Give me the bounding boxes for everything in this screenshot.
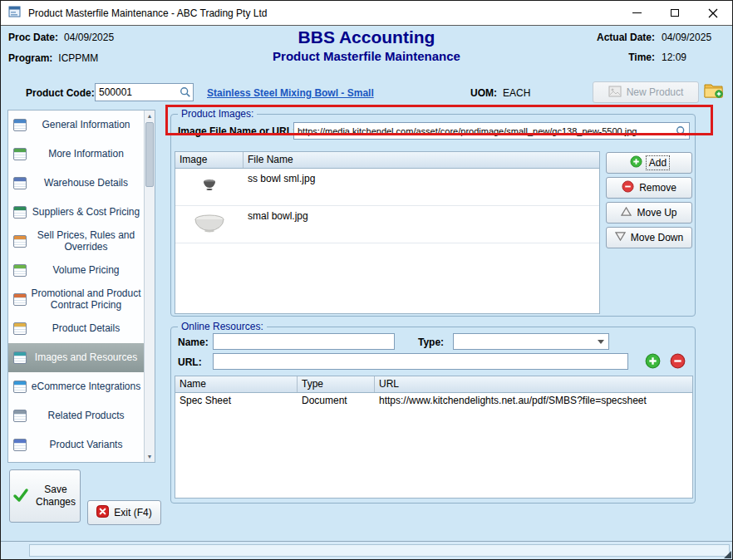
sidebar-item-volume-pricing[interactable]: Volume Pricing [8, 256, 144, 285]
uom-label: UOM: [470, 87, 497, 99]
product-images-table: Image File Name ss bowl sml.jpg smal bow… [175, 151, 600, 314]
sidebar-scrollbar[interactable]: ▲ ▼ [144, 111, 155, 462]
resource-add-button[interactable] [645, 353, 661, 369]
image-url-input[interactable] [293, 122, 690, 140]
header-right: Actual Date: 04/09/2025 Time: 12:09 [597, 32, 725, 63]
sell-prices-icon [13, 235, 27, 248]
bowl-thumbnail-light [193, 214, 226, 236]
warehouse-details-icon [13, 177, 27, 189]
actual-date-value: 04/09/2025 [662, 32, 725, 43]
bowl-thumbnail-small-dark [201, 176, 218, 195]
time-value: 12:09 [662, 52, 725, 63]
sidebar-item-label: Volume Pricing [31, 265, 141, 277]
save-check-icon [12, 487, 29, 506]
product-code-label: Product Code: [26, 87, 95, 99]
sidebar-item-ecommerce-integrations[interactable]: eCommerce Integrations [8, 372, 144, 401]
sidebar-item-label: Product Variants [31, 440, 141, 451]
product-code-search-icon[interactable] [180, 86, 191, 98]
resource-type-label: Type: [418, 336, 444, 348]
product-code-field [95, 83, 194, 101]
sidebar-item-label: More Information [31, 149, 141, 160]
sidebar-item-label: General Information [31, 120, 141, 131]
exit-button[interactable]: Exit (F4) [87, 500, 161, 525]
maximize-button[interactable] [656, 1, 694, 25]
sidebar: General Information More Information War… [7, 110, 155, 463]
resource-type-cell: Document [298, 393, 375, 410]
sidebar-item-label: Warehouse Details [31, 178, 141, 189]
sidebar-item-images-and-resources[interactable]: Images and Resources [8, 343, 144, 372]
scroll-down-icon[interactable]: ▼ [145, 451, 155, 462]
remove-button[interactable]: Remove [606, 177, 692, 199]
maximize-icon [671, 9, 679, 17]
resources-table: Name Type URL Spec Sheet Document https:… [175, 376, 693, 499]
status-bar [1, 541, 732, 559]
sidebar-item-warehouse-details[interactable]: Warehouse Details [8, 169, 144, 198]
general-information-icon [13, 119, 27, 131]
exit-x-icon [96, 505, 109, 520]
resource-url-input[interactable] [213, 353, 628, 370]
app-window: Product Masterfile Maintenance - ABC Tra… [0, 0, 733, 560]
time-label: Time: [628, 52, 655, 63]
remove-label: Remove [639, 182, 676, 194]
product-images-group-label: Product Images: [178, 108, 257, 120]
close-icon [708, 8, 718, 18]
sidebar-item-label: Promotional and Product Contract Pricing [31, 288, 141, 312]
window-controls [617, 1, 732, 25]
sidebar-item-label: Related Products [31, 410, 141, 422]
resource-remove-button[interactable] [670, 353, 686, 369]
new-product-button[interactable]: New Product [593, 81, 699, 103]
open-folder-button[interactable] [704, 82, 724, 99]
move-down-button[interactable]: Move Down [606, 227, 692, 248]
resource-name-input[interactable] [213, 333, 395, 350]
sidebar-item-label: Product Details [31, 323, 141, 335]
move-up-button[interactable]: Move Up [606, 202, 692, 224]
move-down-label: Move Down [631, 232, 683, 243]
sidebar-item-label: Images and Resources [31, 352, 141, 364]
sidebar-item-suppliers-cost-pricing[interactable]: Suppliers & Cost Pricing [8, 198, 144, 227]
close-button[interactable] [694, 1, 732, 25]
scroll-up-icon[interactable]: ▲ [145, 111, 155, 121]
image-row[interactable]: ss bowl sml.jpg [175, 169, 599, 206]
add-button[interactable]: Add [606, 152, 692, 174]
sidebar-item-label: eCommerce Integrations [31, 381, 141, 393]
sidebar-nav: General Information More Information War… [8, 111, 144, 462]
sidebar-item-more-information[interactable]: More Information [8, 140, 144, 169]
image-row[interactable]: smal bowl.jpg [175, 206, 599, 243]
resource-type-select[interactable] [453, 333, 609, 350]
folder-add-icon [704, 82, 724, 99]
sidebar-item-label: Sell Prices, Rules and Overrides [31, 230, 141, 253]
more-information-icon [13, 148, 27, 160]
resource-remove-icon [670, 353, 686, 369]
titlebar: Product Masterfile Maintenance - ABC Tra… [1, 1, 732, 26]
resource-row[interactable]: Spec Sheet Document https://www.kitchend… [175, 393, 692, 410]
product-name-link[interactable]: Stainless Steel Mixing Bowl - Small [207, 87, 374, 99]
ecommerce-integrations-icon [13, 381, 27, 393]
actual-date-label: Actual Date: [597, 32, 655, 43]
suppliers-cost-pricing-icon [13, 206, 27, 219]
sidebar-item-sell-prices-rules-overrides[interactable]: Sell Prices, Rules and Overrides [8, 227, 144, 256]
online-resources-group: Online Resources: Name: Type: URL: Name … [170, 327, 696, 504]
volume-pricing-icon [13, 264, 27, 277]
move-up-label: Move Up [637, 207, 676, 219]
minimize-button[interactable] [617, 1, 656, 25]
image-file-name: ss bowl sml.jpg [244, 169, 599, 205]
sidebar-item-product-details[interactable]: Product Details [8, 314, 144, 343]
image-url-field [293, 122, 690, 140]
move-up-icon [621, 207, 632, 219]
resize-grip[interactable] [724, 551, 731, 558]
window-title: Product Masterfile Maintenance - ABC Tra… [28, 7, 267, 19]
sidebar-item-related-products[interactable]: Related Products [8, 401, 144, 430]
sidebar-item-promotional-contract-pricing[interactable]: Promotional and Product Contract Pricing [8, 285, 144, 314]
new-product-label: New Product [627, 86, 684, 98]
sidebar-item-general-information[interactable]: General Information [8, 111, 144, 140]
save-changes-button[interactable]: Save Changes [9, 469, 81, 523]
resource-name-label: Name: [178, 336, 209, 348]
image-url-search-icon[interactable] [676, 125, 687, 137]
resources-col-header-type: Type [298, 376, 375, 392]
sidebar-item-product-variants[interactable]: Product Variants [8, 430, 144, 459]
images-table-header: Image File Name [175, 152, 599, 169]
scrollbar-thumb[interactable] [145, 122, 154, 187]
new-product-icon [608, 86, 622, 100]
image-file-name: smal bowl.jpg [244, 206, 599, 243]
product-images-group: Product Images: Image File Name or URL: … [170, 114, 696, 317]
